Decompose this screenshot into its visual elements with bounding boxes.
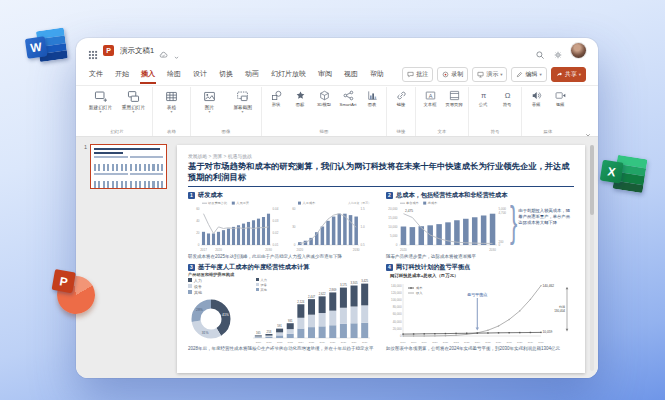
audio-button[interactable]: 音频 (524, 88, 548, 107)
svg-text:20,000: 20,000 (388, 207, 398, 211)
powerpoint-window: P 演示文稿1 文件 开始 插入 绘图 设 (76, 38, 598, 378)
svg-text:收入: 收入 (416, 291, 423, 295)
panel-total-cost[interactable]: 2 总成本，包括经营性成本和非经营性成本 05,00010,00015,0002… (386, 191, 572, 260)
rd-labor-chart[interactable]: 030600.51.01.520202030人工成本人均工资（百万） (284, 200, 372, 252)
chart-button[interactable]: 图表 (360, 88, 384, 107)
panel-rd-cost[interactable]: 1 研发成本 02040600.010.020.030.042017202020… (188, 191, 374, 260)
app-launcher-icon[interactable] (88, 46, 98, 56)
present-label: 演示 (486, 70, 498, 79)
svg-text:0: 0 (198, 243, 200, 247)
title-chevron-down-icon[interactable] (173, 47, 180, 54)
svg-text:100,000: 100,000 (391, 298, 402, 302)
svg-text:2020: 2020 (256, 341, 262, 344)
svg-text:5,000: 5,000 (390, 234, 398, 238)
editing-label: 编辑 (525, 70, 537, 79)
tab-transitions[interactable]: 切换 (218, 65, 234, 84)
tab-file[interactable]: 文件 (88, 65, 104, 84)
header-footer-button[interactable]: 页眉页脚 (442, 88, 466, 107)
textbox-button[interactable]: A 文本框 (418, 88, 442, 107)
share-icon (556, 71, 563, 78)
smartart-button[interactable]: SmartArt (336, 88, 360, 107)
svg-text:253: 253 (267, 330, 272, 334)
panel-caption: 2028年后，年度经营性成本将随核心生产环节的自动化而增速放缓，并在十年后趋于稳… (188, 346, 374, 352)
settings-gear-icon[interactable] (553, 46, 563, 56)
svg-text:2021: 2021 (266, 341, 272, 344)
user-avatar[interactable] (571, 43, 586, 58)
link-button[interactable]: 链接 (389, 88, 413, 107)
svg-text:2020: 2020 (432, 340, 438, 343)
video-button[interactable]: 视频 (548, 88, 572, 107)
opex-donut-chart[interactable]: 41%31%28% (188, 296, 246, 342)
opex-stacked-chart[interactable]: 16520202532021591202293120232,12420242,4… (250, 272, 372, 344)
tab-draw[interactable]: 绘图 (166, 65, 182, 84)
table-button[interactable]: 表格▾ (155, 88, 188, 115)
panel-opex[interactable]: 3 基于年度人工成本的年度经营性成本计算 产品研发和维护费用构成 人力 设备 其 (188, 263, 374, 352)
collapse-ribbon-icon[interactable] (584, 125, 592, 133)
slide-number: 1 (84, 144, 87, 189)
reuse-slides-button[interactable]: 重用幻灯片▾ (117, 88, 150, 115)
comment-icon (407, 71, 414, 78)
picture-button[interactable]: 图片▾ (193, 88, 226, 115)
symbol-button[interactable]: Ω 符号 (495, 88, 519, 107)
legend-label: 其他 (194, 290, 202, 295)
search-icon[interactable] (535, 46, 545, 56)
svg-text:0.04: 0.04 (273, 207, 279, 211)
tab-view[interactable]: 视图 (343, 65, 359, 84)
powerpoint-logo-icon: P (103, 45, 114, 56)
thumb-chart (130, 173, 164, 188)
slide-thumbnail[interactable] (90, 144, 167, 189)
svg-text:931: 931 (288, 319, 293, 323)
equation-button[interactable]: π 公式 (471, 88, 495, 107)
svg-text:591: 591 (277, 324, 282, 328)
svg-text:2030: 2030 (353, 247, 360, 251)
rd-cost-trend-chart[interactable]: 02040600.010.020.030.04201720202030研发费用占… (188, 200, 284, 252)
cloud-saved-icon (159, 46, 168, 55)
svg-text:60,000: 60,000 (393, 312, 402, 316)
svg-text:31%: 31% (202, 331, 209, 335)
svg-text:10,000: 10,000 (388, 225, 398, 229)
screenshot-button[interactable]: 屏幕截图▾ (226, 88, 259, 115)
breakeven-chart[interactable]: 020,00040,00060,00080,000100,000120,0001… (386, 278, 572, 344)
total-cost-chart[interactable]: 05,00010,00015,00020,00002004,7005,00020… (386, 200, 510, 252)
tab-design[interactable]: 设计 (192, 65, 208, 84)
comments-button[interactable]: 批注 (402, 67, 433, 82)
icons-button[interactable]: 图标 (288, 88, 312, 107)
present-button[interactable]: 演示▾ (472, 67, 507, 82)
svg-text:15,000: 15,000 (388, 216, 398, 220)
svg-text:2,622: 2,622 (319, 292, 326, 296)
donut-title: 产品研发和维护费用构成 (188, 272, 246, 277)
panel-breakeven[interactable]: 4 网订科技计划的盈亏平衡点 网订科技总成本+总收入（百万元） 020,0004… (386, 263, 572, 352)
word-letter-tile: W (25, 36, 48, 59)
panel-note: 由于前期投入较高成本，随着产品逐渐量产，单台产品边际成本将大幅下降 (518, 208, 570, 226)
document-title[interactable]: 演示文稿1 (120, 46, 154, 56)
shapes-button[interactable]: 形状 (264, 88, 288, 107)
tab-review[interactable]: 审阅 (317, 65, 333, 84)
scrollbar (590, 145, 594, 371)
tab-help[interactable]: 帮助 (369, 65, 385, 84)
3d-model-button[interactable]: 3D模型 (312, 88, 336, 107)
svg-text:2023: 2023 (464, 340, 470, 343)
tab-insert[interactable]: 插入 (140, 65, 156, 84)
breadcrumb[interactable]: 发展战略 > 测算 > 机遇与挑战 (188, 153, 574, 159)
legend-swatch (188, 284, 192, 288)
svg-text:2023: 2023 (288, 341, 294, 344)
record-button[interactable]: 录制 (437, 67, 468, 82)
tab-animations[interactable]: 动画 (244, 65, 260, 84)
slide-canvas[interactable]: 发展战略 > 测算 > 机遇与挑战 基于对市场趋势和成本的研究测算，我们认为网订… (177, 145, 585, 373)
editing-mode-button[interactable]: 编辑▾ (511, 67, 546, 82)
ribbon-group-links: 链接 链接 (387, 87, 416, 136)
donut-legend: 人力 设备 其他 (188, 278, 246, 295)
slide-title[interactable]: 基于对市场趋势和成本的研究测算，我们认为网订科技将在未来十年中快速成长为行业领先… (188, 161, 574, 183)
svg-text:A: A (428, 93, 432, 99)
tab-slideshow[interactable]: 幻灯片放映 (270, 65, 307, 84)
new-slide-button[interactable]: 新建幻灯片▾ (84, 88, 117, 115)
panel-title: 基于年度人工成本的年度经营性成本计算 (198, 263, 309, 272)
ribbon-group-images: 图片▾ 屏幕截图▾ 图像 (191, 87, 262, 136)
scrollbar-thumb[interactable] (590, 145, 594, 215)
svg-text:2020: 2020 (215, 247, 222, 251)
thumb-title-line (94, 152, 123, 154)
pencil-icon (516, 71, 523, 78)
tab-home[interactable]: 开始 (114, 65, 130, 84)
svg-text:165: 165 (256, 331, 261, 335)
share-button[interactable]: 共享▾ (551, 67, 586, 82)
